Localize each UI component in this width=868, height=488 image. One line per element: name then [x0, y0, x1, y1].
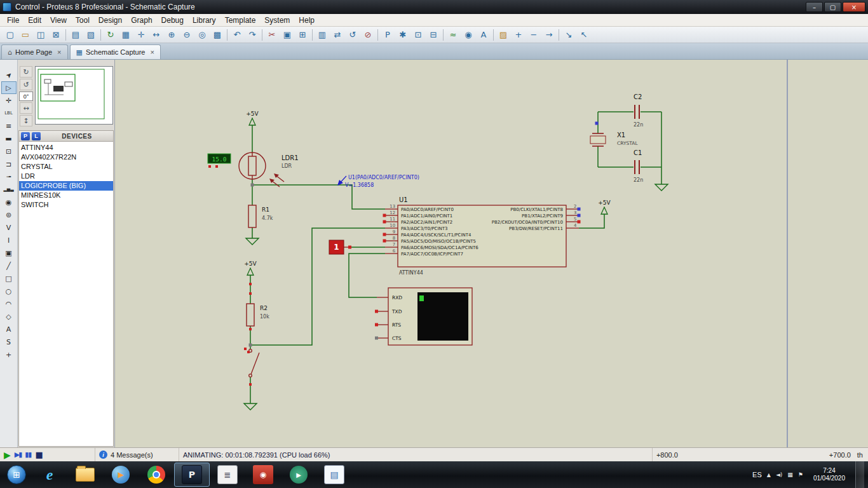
menu-design[interactable]: Design — [94, 15, 126, 26]
circle-2d-icon[interactable]: ○ — [1, 285, 17, 297]
text-2d-icon[interactable]: A — [1, 323, 17, 336]
generator-mode-icon[interactable]: ⊚ — [1, 208, 17, 221]
action-center-flag-icon[interactable]: ⚑ — [798, 471, 803, 478]
probe-display[interactable]: 15.0 — [208, 154, 231, 168]
marker-2d-icon[interactable]: + — [1, 348, 17, 361]
line-2d-icon[interactable]: ╱ — [1, 259, 17, 272]
text-script-icon[interactable]: ≡ — [1, 119, 17, 132]
taskbar-app-media-player[interactable]: ▶ — [103, 463, 139, 487]
symbol-2d-icon[interactable]: S — [1, 336, 17, 348]
zoom-in-icon[interactable]: ⊕ — [164, 29, 179, 41]
device-list-item[interactable]: LDR — [19, 172, 113, 181]
taskbar-app-proteus[interactable]: P — [174, 463, 210, 487]
menu-file[interactable]: File — [3, 15, 24, 26]
tab-schematic-capture[interactable]: ▦ Schematic Capture × — [70, 44, 161, 59]
power-terminal-vcc-r2[interactable]: +5V — [244, 261, 257, 275]
voltage-probe-icon[interactable]: V — [1, 221, 17, 234]
menu-view[interactable]: View — [46, 15, 71, 26]
tab-home-page[interactable]: ⌂ Home Page × — [1, 44, 68, 59]
power-terminal-vcc-reset[interactable]: +5V — [598, 200, 611, 214]
rotate-anticlockwise-icon[interactable]: ↺ — [20, 79, 32, 90]
print-icon[interactable]: ▤ — [68, 29, 83, 41]
copy-block-icon[interactable]: ▥ — [315, 29, 330, 41]
tab-schematic-close-icon[interactable]: × — [150, 48, 154, 56]
close-project-icon[interactable]: ⊠ — [48, 29, 64, 41]
device-list-item[interactable]: CRYSTAL — [19, 162, 113, 172]
close-button[interactable]: × — [843, 2, 865, 12]
pick-parts-icon[interactable]: P — [380, 29, 395, 41]
device-list-item[interactable]: ATTINY44 — [19, 143, 113, 152]
power-terminal-vcc-ldr[interactable]: +5V — [246, 111, 259, 125]
schematic-overview[interactable] — [35, 66, 113, 125]
wire-label-icon[interactable]: LBL — [1, 107, 17, 119]
stop-button[interactable]: ■ — [35, 450, 43, 459]
arc-2d-icon[interactable]: ◠ — [1, 297, 17, 310]
ldr1-component[interactable]: LDR1 LDR — [239, 152, 299, 187]
current-probe-icon[interactable]: I — [1, 234, 17, 247]
bus-mode-icon[interactable]: ▬ — [1, 132, 17, 145]
capacitor-c2[interactable]: C2 22n — [634, 93, 643, 128]
search-tag-icon[interactable]: ◉ — [461, 29, 476, 41]
menu-edit[interactable]: Edit — [24, 15, 46, 26]
box-2d-icon[interactable]: □ — [1, 272, 17, 285]
schematic-sheet[interactable]: +5V +5V +5V — [115, 60, 868, 447]
redo-icon[interactable]: ↷ — [245, 29, 260, 41]
logic-probe[interactable]: 1 — [329, 240, 351, 254]
undo-icon[interactable]: ↶ — [229, 29, 245, 41]
taskbar-app-camtasia[interactable]: ▶ — [281, 463, 316, 487]
device-list-item[interactable]: SWITCH — [19, 200, 113, 210]
display-icon[interactable]: ▦ — [787, 471, 793, 478]
decompose-icon[interactable]: ⊟ — [426, 29, 441, 41]
device-list-item-selected[interactable]: LOGICPROBE (BIG) — [19, 181, 113, 191]
switch-component[interactable] — [249, 349, 259, 377]
menu-graph[interactable]: Graph — [126, 15, 156, 26]
taskbar-app-ie[interactable]: e — [32, 463, 67, 487]
play-button[interactable]: ▶ — [4, 450, 11, 460]
capacitor-c1[interactable]: C1 22n — [634, 149, 643, 183]
cut-icon[interactable]: ✂ — [264, 29, 280, 41]
move-block-icon[interactable]: ⇄ — [330, 29, 345, 41]
mark-output-area-icon[interactable]: ▧ — [83, 29, 98, 41]
remove-sheet-icon[interactable]: − — [526, 29, 541, 41]
copy-icon[interactable]: ▣ — [280, 29, 295, 41]
schematic-editor[interactable]: +5V +5V +5V — [115, 60, 868, 447]
menu-debug[interactable]: Debug — [157, 15, 188, 26]
make-device-icon[interactable]: ✱ — [395, 29, 410, 41]
design-explorer-icon[interactable]: ▨ — [496, 29, 511, 41]
menu-help[interactable]: Help — [294, 15, 319, 26]
ic-u1[interactable]: U1 ATTINY44 13 12 11 10 — [385, 196, 579, 276]
taskbar-clock[interactable]: 7:24 01/04/2020 — [808, 467, 850, 482]
toggle-grid-icon[interactable]: ▦ — [118, 29, 133, 41]
maximize-button[interactable]: ▢ — [824, 2, 841, 12]
resistor-r2[interactable]: R2 10k — [247, 304, 269, 326]
zoom-all-icon[interactable]: ◎ — [194, 29, 210, 41]
delete-block-icon[interactable]: ⊘ — [360, 29, 376, 41]
redraw-icon[interactable]: ↻ — [103, 29, 118, 41]
language-indicator[interactable]: ES — [752, 471, 762, 478]
tape-recorder-icon[interactable]: ◉ — [1, 196, 17, 208]
open-project-icon[interactable]: ▭ — [18, 29, 33, 41]
paste-icon[interactable]: ⊞ — [295, 29, 310, 41]
zoom-out-icon[interactable]: ⊖ — [179, 29, 194, 41]
rotate-clockwise-icon[interactable]: ↻ — [20, 66, 32, 78]
start-button[interactable]: ⊞ — [1, 462, 32, 487]
minimize-button[interactable]: – — [806, 2, 823, 12]
menu-system[interactable]: System — [260, 15, 294, 26]
step-button[interactable]: ▶▮ — [15, 451, 22, 459]
graph-mode-icon[interactable]: ▂▅▃ — [1, 183, 17, 196]
virtual-instruments-icon[interactable]: ▣ — [1, 247, 17, 259]
device-pin-icon[interactable]: ╼ — [1, 170, 17, 183]
tab-home-close-icon[interactable]: × — [57, 48, 61, 56]
taskbar-app-viewer[interactable]: ≣ — [210, 463, 245, 487]
virtual-terminal[interactable]: RXD TXD RTS CTS — [377, 288, 472, 345]
toggle-origin-icon[interactable]: ✛ — [133, 29, 149, 41]
device-list-item[interactable]: MINRES10K — [19, 191, 113, 200]
mirror-horizontal-icon[interactable]: ↔ — [20, 102, 32, 114]
new-sheet-icon[interactable]: + — [511, 29, 526, 41]
menu-tool[interactable]: Tool — [71, 15, 94, 26]
pick-devices-button[interactable]: P — [21, 132, 30, 140]
packaging-tool-icon[interactable]: ⊡ — [410, 29, 426, 41]
terminal-mode-icon[interactable]: ⊐ — [1, 158, 17, 170]
message-counter[interactable]: i 4 Message(s) — [95, 448, 179, 461]
volume-icon[interactable]: ◄) — [776, 471, 782, 478]
